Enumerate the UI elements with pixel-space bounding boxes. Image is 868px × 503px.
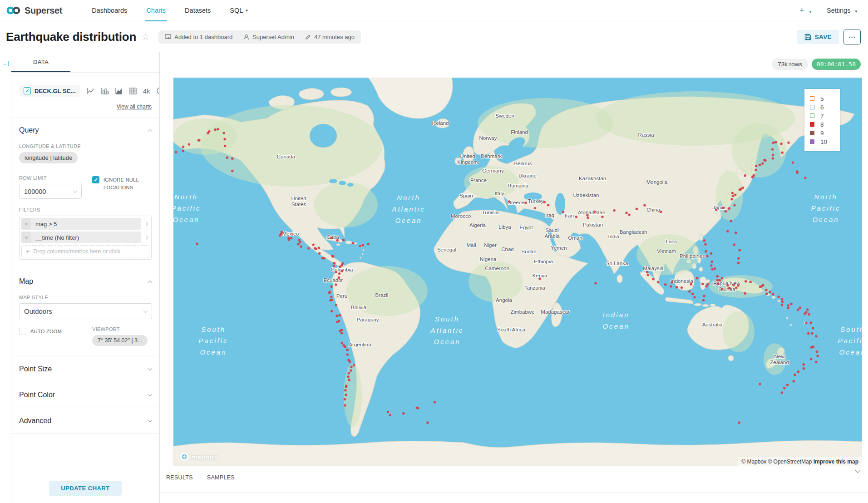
svg-text:Peru: Peru (336, 293, 347, 299)
panel-tabbar: DATA (11, 52, 159, 73)
chevron-down-icon (148, 366, 153, 371)
auto-zoom-label: AUTO ZOOM (30, 328, 62, 335)
svg-text:SaudiArabia: SaudiArabia (544, 227, 560, 239)
mapbox-logo[interactable]: mapbox (180, 452, 218, 461)
more-options-button[interactable]: ··· (843, 30, 861, 44)
svg-text:Romania: Romania (508, 183, 529, 188)
legend-swatch-icon (810, 122, 814, 127)
filter-label: mag > 5 (31, 218, 141, 230)
expand-results-icon[interactable] (856, 467, 860, 475)
legend-label: 9 (820, 130, 824, 137)
collapse-map-icon[interactable] (148, 280, 153, 285)
save-button[interactable]: SAVE (797, 30, 839, 44)
tab-samples[interactable]: SAMPLES (207, 474, 235, 492)
svg-text:Paraguay: Paraguay (356, 317, 379, 322)
viewport-value-chip[interactable]: 7° 35' 54.02" | 3... (92, 335, 148, 346)
line-chart-icon[interactable] (87, 87, 95, 95)
tab-data[interactable]: DATA (11, 52, 70, 72)
legend-swatch-icon (810, 131, 814, 135)
svg-text:Mexico: Mexico (282, 231, 299, 237)
viewport-label: VIEWPORT (92, 326, 148, 332)
section-title: Point Size (19, 365, 52, 373)
area-chart-icon[interactable] (115, 87, 123, 95)
svg-text:Yemen: Yemen (551, 245, 567, 251)
filter-chip[interactable]: ×__time (No filter) (21, 232, 149, 243)
chevron-down-icon (143, 308, 148, 313)
legend-item: 7 (810, 113, 834, 119)
section-point-color[interactable]: Point Color (19, 382, 152, 408)
remove-filter-icon[interactable]: × (21, 232, 31, 243)
nav-item-sql[interactable]: SQL▾ (220, 0, 257, 21)
save-icon (804, 34, 811, 40)
deckgl-map[interactable]: NorthPacificOceanNorthAtlanticOceanSouth… (173, 78, 862, 466)
nav-item-dashboards[interactable]: Dashboards (82, 0, 137, 21)
svg-text:NorthAtlanticOcean: NorthAtlanticOcean (391, 194, 425, 224)
view-all-charts-link[interactable]: View all charts (117, 104, 152, 110)
svg-text:Egypt: Egypt (519, 225, 533, 230)
svg-text:Turkey: Turkey (528, 198, 544, 204)
svg-text:Iceland: Iceland (432, 120, 449, 126)
remove-filter-icon[interactable]: × (21, 218, 31, 230)
svg-text:Norway: Norway (479, 135, 497, 141)
chevron-down-icon: ▾ (855, 9, 857, 14)
improve-map-link[interactable]: Improve this map (814, 459, 858, 465)
svg-text:Italy: Italy (494, 191, 504, 196)
svg-text:Bangladesh: Bangladesh (620, 229, 647, 235)
svg-text:SouthAtlanticOcean: SouthAtlanticOcean (430, 315, 464, 345)
superset-logo[interactable]: Superset (6, 5, 62, 16)
nav-item-datasets[interactable]: Datasets (175, 0, 220, 21)
collapse-query-icon[interactable] (148, 129, 153, 133)
svg-text:Sri Lanka: Sri Lanka (606, 261, 628, 266)
map-style-label: MAP STYLE (19, 295, 152, 300)
favorite-star-icon[interactable]: ☆ (142, 32, 149, 42)
filter-chip[interactable]: ×mag > 5 (21, 218, 149, 230)
nav-item-charts[interactable]: Charts (137, 0, 175, 21)
world-map: NorthPacificOceanNorthAtlanticOceanSouth… (173, 78, 862, 466)
last-modified[interactable]: 47 minutes ago (305, 34, 355, 40)
top-navbar: Superset DashboardsChartsDatasetsSQL▾ + … (0, 0, 868, 21)
svg-text:Brazil: Brazil (375, 292, 389, 298)
viz-4k-icon[interactable]: 4k (143, 87, 150, 95)
svg-text:Libya: Libya (498, 224, 511, 230)
mapbox-wordmark: mapbox (191, 453, 218, 461)
svg-text:France: France (470, 178, 487, 183)
auto-zoom-checkbox[interactable] (19, 328, 26, 335)
chart-header: Earthquake distribution ☆ Added to 1 das… (0, 21, 868, 52)
lon-lat-label: LONGITUDE & LATITUDE (19, 143, 152, 149)
dashboard-count[interactable]: Added to 1 dashboard (165, 34, 232, 40)
legend-swatch-icon (810, 96, 814, 101)
tab-results[interactable]: RESULTS (166, 474, 193, 492)
lon-lat-value-chip[interactable]: longitude | latitude (19, 152, 78, 163)
svg-text:Denmark: Denmark (481, 153, 502, 159)
map-style-select[interactable]: Outdoors (19, 303, 152, 319)
filters-dropzone[interactable]: + Drop columns/metrics here or click (21, 245, 149, 257)
chart-owner[interactable]: Superset Admin (243, 34, 294, 40)
svg-text:Laos: Laos (666, 239, 677, 244)
map-attribution: © Mapbox © OpenStreetMap Improve this ma… (738, 457, 862, 466)
ignore-null-checkbox[interactable]: ✓ (92, 176, 99, 183)
svg-text:Belarus: Belarus (514, 161, 532, 166)
expand-panel-icon[interactable]: →| (2, 60, 9, 66)
svg-text:Afghanistan: Afghanistan (578, 210, 606, 215)
section-point-size[interactable]: Point Size (19, 356, 152, 382)
svg-text:Mali: Mali (466, 242, 476, 248)
table-chart-icon[interactable] (129, 87, 137, 95)
bar-chart-icon[interactable] (101, 87, 109, 95)
row-limit-select[interactable]: 100000 (19, 184, 82, 199)
chevron-down-icon: ▾ (246, 8, 248, 13)
viz-type-chip[interactable]: ✓ DECK.GL SC... (19, 85, 80, 97)
page-title: Earthquake distribution (6, 30, 136, 44)
legend-item: 9 (810, 130, 834, 136)
new-item-button[interactable]: + ▾ (799, 6, 811, 15)
filters-box: ×mag > 5×__time (No filter) + Drop colum… (19, 216, 152, 260)
chevron-down-icon: ▾ (809, 10, 812, 14)
update-chart-button[interactable]: UPDATE CHART (49, 481, 122, 496)
settings-menu[interactable]: Settings ▾ (827, 7, 857, 14)
svg-text:Niger: Niger (484, 242, 497, 248)
svg-text:NorthPacificOcean: NorthPacificOcean (811, 193, 840, 223)
svg-text:Cameroon: Cameroon (485, 266, 509, 271)
section-advanced[interactable]: Advanced (19, 408, 152, 434)
svg-text:China: China (646, 207, 661, 212)
svg-text:Madagascar: Madagascar (541, 309, 569, 315)
pie-chart-icon[interactable] (156, 87, 159, 95)
